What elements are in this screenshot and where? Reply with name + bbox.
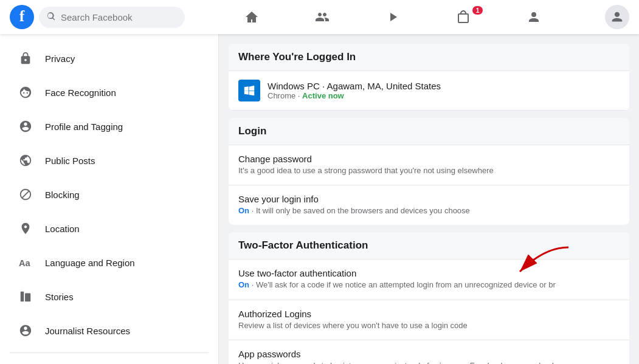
lock-icon [15, 47, 36, 69]
search-bar[interactable] [39, 7, 185, 28]
login-section: Login Change password It's a good idea t… [229, 118, 629, 225]
sidebar-label-journalist: Journalist Resources [45, 326, 130, 336]
sidebar-item-public-posts[interactable]: Public Posts [5, 143, 213, 177]
svg-rect-2 [21, 292, 24, 302]
content-area: Where You're Logged In Windows PC · Agaw… [219, 34, 639, 364]
nav-watch-button[interactable] [359, 2, 427, 32]
sidebar-label-language: Language and Region [45, 258, 135, 268]
sidebar-item-face-recognition[interactable]: Face Recognition [5, 75, 213, 109]
red-arrow-annotation [471, 241, 581, 290]
stories-icon [15, 286, 36, 307]
authorized-logins-row[interactable]: Authorized Logins Review a list of devic… [229, 300, 629, 340]
save-login-status: On [238, 206, 249, 215]
sidebar-label-location: Location [45, 224, 80, 234]
device-name: Windows PC · Agawam, MA, United States [268, 81, 441, 91]
active-now-status: Active now [302, 91, 344, 100]
sidebar-item-privacy[interactable]: Privacy [5, 41, 213, 75]
two-factor-section: Two-Factor Authentication Use two-factor… [229, 232, 629, 364]
save-login-desc: On · It will only be saved on the browse… [238, 205, 620, 216]
sidebar-label-public-posts: Public Posts [45, 156, 95, 166]
nav-home-button[interactable] [218, 2, 286, 32]
sidebar-item-notifications[interactable]: Notifications [5, 358, 213, 364]
sidebar-item-profile-tagging[interactable]: Profile and Tagging [5, 109, 213, 143]
svg-rect-3 [25, 294, 30, 302]
block-icon [15, 184, 36, 205]
nav-right [605, 5, 629, 29]
sidebar-item-journalist[interactable]: Journalist Resources [5, 314, 213, 348]
journalist-icon [15, 320, 36, 342]
change-password-row[interactable]: Change password It's a good idea to use … [229, 145, 629, 185]
profile-icon [15, 115, 36, 137]
app-passwords-row[interactable]: App passwords Use special passwords to l… [229, 340, 629, 364]
sidebar: Privacy Face Recognition Profile and Tag… [0, 34, 219, 364]
sidebar-item-stories[interactable]: Stories [5, 280, 213, 314]
two-factor-status: On [238, 280, 249, 289]
change-password-desc: It's a good idea to use a strong passwor… [238, 165, 620, 176]
sidebar-item-location[interactable]: Location [5, 211, 213, 246]
svg-text:Aa: Aa [19, 258, 31, 268]
sidebar-label-privacy: Privacy [45, 53, 75, 64]
device-sub: Chrome · Active now [268, 91, 441, 100]
language-icon: Aa [15, 252, 36, 273]
top-navigation: f 1 [0, 0, 639, 34]
save-login-title: Save your login info [238, 194, 620, 204]
sidebar-label-face: Face Recognition [45, 88, 116, 98]
authorized-logins-title: Authorized Logins [238, 309, 620, 319]
nav-groups-button[interactable] [500, 2, 568, 32]
app-passwords-desc: Use special passwords to log into your a… [238, 360, 620, 364]
change-password-title: Change password [238, 154, 620, 164]
logged-in-section: Where You're Logged In Windows PC · Agaw… [229, 44, 629, 111]
sidebar-divider [10, 352, 209, 353]
sidebar-label-blocking: Blocking [45, 190, 80, 200]
sidebar-item-blocking[interactable]: Blocking [5, 177, 213, 211]
location-icon [15, 218, 36, 239]
sidebar-item-language[interactable]: Aa Language and Region [5, 246, 213, 280]
nav-marketplace-button[interactable]: 1 [429, 2, 497, 32]
save-login-row[interactable]: Save your login info On · It will only b… [229, 185, 629, 225]
fb-logo-letter: f [19, 9, 25, 24]
facebook-logo[interactable]: f [10, 5, 34, 29]
login-section-header: Login [229, 118, 629, 145]
face-icon [15, 81, 36, 103]
nav-friends-button[interactable] [288, 2, 356, 32]
nav-center: 1 [218, 2, 568, 32]
browser-label: Chrome [268, 91, 295, 100]
logged-in-header: Where You're Logged In [229, 44, 629, 71]
globe-icon [15, 149, 36, 171]
windows-icon [238, 80, 260, 101]
account-button[interactable] [605, 5, 629, 29]
search-input[interactable] [61, 12, 178, 22]
main-layout: Privacy Face Recognition Profile and Tag… [0, 34, 639, 364]
search-icon [46, 12, 56, 23]
login-info: Windows PC · Agawam, MA, United States C… [268, 81, 441, 100]
login-location-row[interactable]: Windows PC · Agawam, MA, United States C… [229, 71, 629, 111]
save-login-suffix: · It will only be saved on the browsers … [252, 206, 470, 215]
authorized-logins-desc: Review a list of devices where you won't… [238, 320, 620, 331]
sidebar-label-stories: Stories [45, 292, 74, 302]
two-factor-use-row[interactable]: Use two-factor authentication On · We'll… [229, 259, 629, 300]
app-passwords-title: App passwords [238, 349, 620, 359]
svg-point-0 [531, 12, 536, 17]
marketplace-badge: 1 [472, 6, 482, 15]
sidebar-label-profile: Profile and Tagging [45, 122, 123, 132]
